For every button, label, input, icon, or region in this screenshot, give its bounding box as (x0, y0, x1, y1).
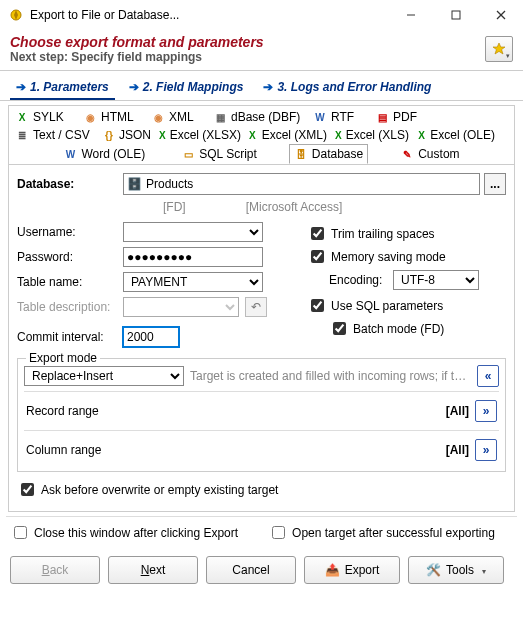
minimize-button[interactable] (388, 1, 433, 29)
format-label: Excel (XLSX) (170, 128, 241, 142)
column-range-label: Column range (26, 443, 446, 457)
column-range-expand-button[interactable]: » (475, 439, 497, 461)
wizard-tabs: ➔1. Parameters ➔2. Field Mappings ➔3. Lo… (0, 71, 523, 101)
format-sql-script[interactable]: ▭SQL Script (177, 144, 261, 164)
format-icon: ▤ (375, 110, 389, 124)
format-icon: X (159, 128, 166, 142)
format-label: Excel (XML) (262, 128, 327, 142)
format-dbase-dbf-[interactable]: ▦dBase (DBF) (209, 108, 309, 126)
back-button[interactable]: Back (10, 556, 100, 584)
database-combo[interactable]: 🗄️ Products (123, 173, 480, 195)
db-driver-label: [FD] (163, 200, 186, 214)
commit-interval-label: Commit interval: (17, 330, 117, 344)
format-rtf[interactable]: WRTF (309, 108, 371, 126)
password-field[interactable] (123, 247, 263, 267)
footer-options: Close this window after clicking Export … (0, 517, 523, 552)
export-mode-hint: Target is created and filled with incomi… (190, 369, 471, 383)
column-range-value: [All] (446, 443, 469, 457)
format-database[interactable]: 🗄Database (289, 144, 368, 164)
parameters-panel: Database: 🗄️ Products ... [FD] [Microsof… (8, 164, 515, 512)
footer-buttons: Back Next Cancel 📤Export 🛠️Tools (0, 552, 523, 594)
format-label: Word (OLE) (81, 147, 145, 161)
tools-button[interactable]: 🛠️Tools (408, 556, 504, 584)
format-label: JSON (119, 128, 151, 142)
tab-parameters[interactable]: ➔1. Parameters (10, 77, 115, 100)
export-mode-legend: Export mode (26, 351, 100, 365)
format-icon: X (335, 128, 342, 142)
format-icon: W (63, 147, 77, 161)
format-icon: X (417, 128, 426, 142)
record-range-value: [All] (446, 404, 469, 418)
db-type-label: [Microsoft Access] (246, 200, 343, 214)
tab-field-mappings[interactable]: ➔2. Field Mappings (123, 77, 250, 100)
username-label: Username: (17, 225, 117, 239)
maximize-button[interactable] (433, 1, 478, 29)
open-target-checkbox[interactable]: Open target after successful exporting (268, 523, 495, 542)
format-icon: W (313, 110, 327, 124)
format-label: SQL Script (199, 147, 257, 161)
favorites-button[interactable] (485, 36, 513, 62)
export-mode-group: Export mode Replace+Insert Target is cre… (17, 358, 506, 472)
format-xml[interactable]: ◉XML (147, 108, 209, 126)
svg-rect-2 (452, 11, 460, 19)
encoding-label: Encoding: (329, 273, 389, 287)
export-icon: 📤 (325, 563, 340, 577)
format-json[interactable]: {}JSON (99, 126, 155, 144)
export-button[interactable]: 📤Export (304, 556, 400, 584)
encoding-select[interactable]: UTF-8 (393, 270, 479, 290)
close-after-export-checkbox[interactable]: Close this window after clicking Export (10, 523, 238, 542)
database-icon: 🗄️ (127, 177, 142, 191)
format-html[interactable]: ◉HTML (79, 108, 147, 126)
format-excel-xlsx-[interactable]: XExcel (XLSX) (155, 126, 243, 144)
format-text-csv[interactable]: ≣Text / CSV (11, 126, 99, 144)
table-name-label: Table name: (17, 275, 117, 289)
format-icon: ◉ (83, 110, 97, 124)
page-title: Choose export format and parameters (10, 34, 485, 50)
record-range-expand-button[interactable]: » (475, 400, 497, 422)
format-excel-xml-[interactable]: XExcel (XML) (243, 126, 331, 144)
close-button[interactable] (478, 1, 523, 29)
record-range-label: Record range (26, 404, 446, 418)
format-icon: ▭ (181, 147, 195, 161)
table-name-field[interactable]: PAYMENT (123, 272, 263, 292)
format-label: Custom (418, 147, 459, 161)
format-icon: ▦ (213, 110, 227, 124)
format-excel-xls-[interactable]: XExcel (XLS) (331, 126, 413, 144)
arrow-icon: ➔ (263, 80, 273, 94)
cancel-button[interactable]: Cancel (206, 556, 296, 584)
format-word-ole-[interactable]: WWord (OLE) (59, 144, 149, 164)
use-sql-params-checkbox[interactable]: Use SQL parameters (307, 296, 506, 315)
format-label: dBase (DBF) (231, 110, 300, 124)
username-field[interactable] (123, 222, 263, 242)
commit-interval-field[interactable] (123, 327, 179, 347)
format-pdf[interactable]: ▤PDF (371, 108, 431, 126)
format-icon: ✎ (400, 147, 414, 161)
next-button[interactable]: Next (108, 556, 198, 584)
format-excel-ole-[interactable]: XExcel (OLE) (413, 126, 499, 144)
table-desc-revert-button[interactable]: ↶ (245, 297, 267, 317)
batch-mode-checkbox[interactable]: Batch mode (FD) (329, 319, 506, 338)
table-desc-label: Table description: (17, 300, 117, 314)
format-tabs: XSYLK◉HTML◉XML▦dBase (DBF)WRTF▤PDF ≣Text… (8, 105, 515, 165)
export-mode-select[interactable]: Replace+Insert (24, 366, 184, 386)
format-label: SYLK (33, 110, 64, 124)
arrow-icon: ➔ (129, 80, 139, 94)
svg-marker-5 (493, 43, 505, 54)
trim-trailing-checkbox[interactable]: Trim trailing spaces (307, 224, 506, 243)
format-label: XML (169, 110, 194, 124)
page-subtitle: Next step: Specify field mappings (10, 50, 485, 64)
format-icon: X (247, 128, 258, 142)
format-custom[interactable]: ✎Custom (396, 144, 463, 164)
format-sylk[interactable]: XSYLK (11, 108, 79, 126)
ask-overwrite-checkbox[interactable]: Ask before overwrite or empty existing t… (17, 480, 506, 499)
window-title: Export to File or Database... (30, 8, 388, 22)
format-icon: ◉ (151, 110, 165, 124)
table-desc-field (123, 297, 239, 317)
format-label: Text / CSV (33, 128, 90, 142)
memory-saving-checkbox[interactable]: Memory saving mode (307, 247, 506, 266)
header: Choose export format and parameters Next… (0, 30, 523, 71)
tab-logs[interactable]: ➔3. Logs and Error Handling (257, 77, 437, 100)
format-icon: ≣ (15, 128, 29, 142)
database-browse-button[interactable]: ... (484, 173, 506, 195)
export-mode-collapse-button[interactable]: « (477, 365, 499, 387)
